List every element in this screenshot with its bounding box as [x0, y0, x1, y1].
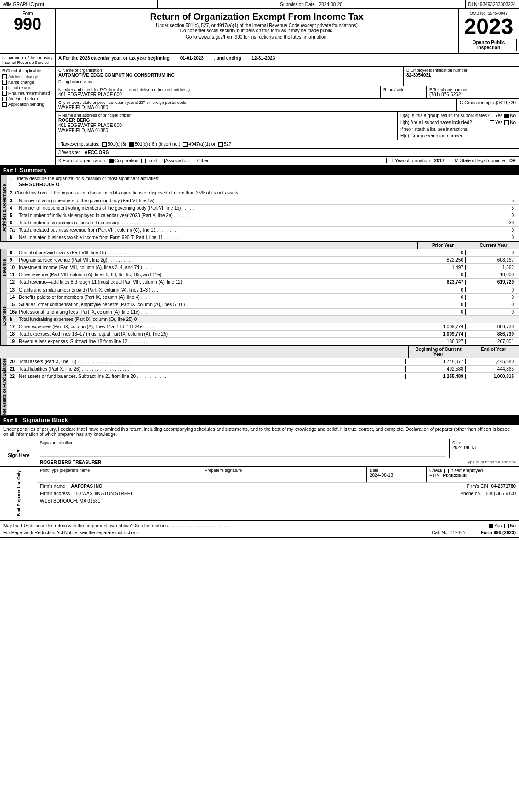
- revenue-sidebar-label: Revenue: [0, 249, 7, 286]
- 4947-box[interactable]: 4947(a)(1) or: [183, 142, 215, 147]
- part1-label: Part I: [3, 167, 16, 173]
- line7b-desc: Net unrelated business taxable income fr…: [19, 235, 479, 240]
- hc-label: H(c) Group exemption number: [400, 133, 516, 138]
- org-name-label: C Name of organization: [58, 68, 400, 73]
- line9-desc: Program service revenue (Part VIII, line…: [19, 257, 415, 263]
- line3-val: 5: [479, 198, 516, 203]
- ha-yes-box[interactable]: Yes: [490, 113, 502, 118]
- application-pending-row: Application pending: [2, 102, 53, 107]
- expenses-sidebar-label: Expenses: [0, 286, 7, 345]
- line12-desc: Total revenue—add lines 8 through 11 (mu…: [19, 280, 415, 285]
- officer-addr1: 401 EDGEWATER PLACE 600: [58, 123, 394, 128]
- date-label: Date: [452, 440, 516, 445]
- line16a-num: 16a: [10, 309, 19, 315]
- amended-return-checkbox[interactable]: [2, 97, 7, 101]
- part2-header: Part II Signature Block: [0, 416, 519, 425]
- dln-number: DLN: 93493233003224: [466, 0, 519, 8]
- footer-no-box[interactable]: No: [504, 523, 516, 528]
- line9-current: 608,167: [465, 257, 516, 263]
- 501c3-box[interactable]: 501(c)(3): [102, 142, 126, 147]
- 527-box[interactable]: 527: [218, 142, 232, 147]
- address-change-checkbox[interactable]: [2, 74, 7, 79]
- officer-addr2: WAKEFIELD, MA 01880: [58, 128, 394, 133]
- print-preparer-label: Print/Type preparer's name: [40, 468, 199, 473]
- line16a-desc: Professional fundraising fees (Part IX, …: [19, 309, 415, 315]
- phone-value: (781) 876-6262: [429, 92, 516, 97]
- city-value: WAKEFIELD, MA 01880: [58, 105, 454, 110]
- activities-sidebar-label: Activities & Governance: [0, 175, 7, 241]
- initial-return-row: Initial return: [2, 86, 53, 90]
- line10-num: 10: [10, 265, 19, 270]
- gross-value: 619,729: [499, 100, 516, 105]
- line19-prior: -186,027: [415, 339, 465, 344]
- open-public-label: Open to Public Inspection: [461, 39, 517, 51]
- firm-addr-value: 50 WASHINGTON STREET: [76, 491, 133, 496]
- check-label: B Check if applicable:: [2, 69, 53, 73]
- line8-prior: 0: [415, 250, 465, 255]
- line10-prior: 1,497: [415, 265, 465, 270]
- line14-num: 14: [10, 295, 19, 300]
- name-change-checkbox[interactable]: [2, 80, 7, 85]
- sig-label: Signature of officer: [40, 440, 446, 445]
- line16b-num: b: [10, 317, 19, 322]
- other-box[interactable]: Other: [192, 158, 209, 163]
- col-end-header: End of Year: [468, 346, 519, 358]
- line17-current: 886,730: [465, 324, 516, 329]
- line14-current: 0: [465, 295, 516, 300]
- preparer-sig-label: Preparer's signature: [205, 468, 364, 473]
- line4-val: 5: [479, 206, 516, 211]
- application-pending-checkbox[interactable]: [2, 102, 7, 107]
- ha-no-box[interactable]: No: [504, 113, 516, 118]
- line18-current: 886,730: [465, 332, 516, 337]
- self-employed-checkbox[interactable]: [444, 469, 449, 473]
- form-goto: Go to www.irs.gov/Form990 for instructio…: [59, 34, 454, 40]
- form-subtitle2: Do not enter social security numbers on …: [59, 28, 454, 33]
- line6-num: 6: [10, 220, 19, 225]
- form-title: Return of Organization Exempt From Incom…: [59, 11, 454, 22]
- final-return-label: Final return/terminated: [8, 91, 50, 96]
- line18-desc: Total expenses. Add lines 13–17 (must eq…: [19, 332, 415, 337]
- firm-name-value: AAFCPAS INC: [71, 484, 102, 489]
- line18-num: 18: [10, 332, 19, 337]
- line16a-prior: 0: [415, 309, 465, 315]
- firm-ein-value: 04-2571780: [491, 484, 516, 489]
- line10-desc: Investment income (Part VIII, column (A)…: [19, 265, 415, 270]
- trust-box[interactable]: Trust: [141, 158, 157, 163]
- type-print-label: Type or print name and title: [466, 460, 516, 465]
- hb-label: H(b) Are all subordinates included?: [400, 120, 472, 125]
- submission-date: Submission Date - 2024-08-20: [158, 0, 466, 8]
- line4-num: 4: [10, 206, 19, 211]
- line21-num: 21: [10, 366, 19, 372]
- initial-return-checkbox[interactable]: [2, 86, 7, 90]
- assoc-box[interactable]: Association: [160, 158, 189, 163]
- phone-label: E Telephone number: [429, 87, 516, 92]
- line6-desc: Total number of volunteers (estimate if …: [19, 220, 479, 225]
- line2-num: 2: [10, 190, 12, 195]
- line16b-desc: Total fundraising expenses (Part IX, col…: [19, 317, 415, 322]
- line10-current: 1,562: [465, 265, 516, 270]
- hb-yes-box[interactable]: Yes: [490, 120, 502, 125]
- line15-num: 15: [10, 302, 19, 307]
- corp-box[interactable]: Corporation: [109, 158, 138, 163]
- preparer-date-label: Date: [370, 468, 423, 473]
- line1-num: 1: [10, 176, 12, 181]
- state-value: DE: [509, 158, 516, 163]
- ein-value: 82-3054031: [406, 73, 516, 78]
- check-label: Check: [429, 468, 442, 473]
- date-value: 2024-08-13: [452, 445, 516, 450]
- form-subtitle1: Under section 501(c), 527, or 4947(a)(1)…: [59, 23, 454, 28]
- line11-prior: 0: [415, 272, 465, 277]
- room-label: Room/suite: [383, 87, 423, 92]
- form-number: 990: [14, 16, 41, 33]
- application-pending-label: Application pending: [8, 102, 45, 107]
- paid-preparer-label: Paid Preparer Use Only: [0, 467, 37, 520]
- hb-no-box[interactable]: No: [504, 120, 516, 125]
- final-return-checkbox[interactable]: [2, 91, 7, 96]
- line16a-current: 0: [465, 309, 516, 315]
- address-change-row: Address change: [2, 74, 53, 79]
- footer-yes-box[interactable]: Yes: [489, 523, 502, 528]
- line21-begin: 492,588: [405, 366, 465, 372]
- col-begin-header: Beginning of Current Year: [408, 346, 468, 358]
- 501c-box[interactable]: 501(c) ( 6 ) (insert no.): [129, 142, 180, 147]
- line15-current: 0: [465, 302, 516, 307]
